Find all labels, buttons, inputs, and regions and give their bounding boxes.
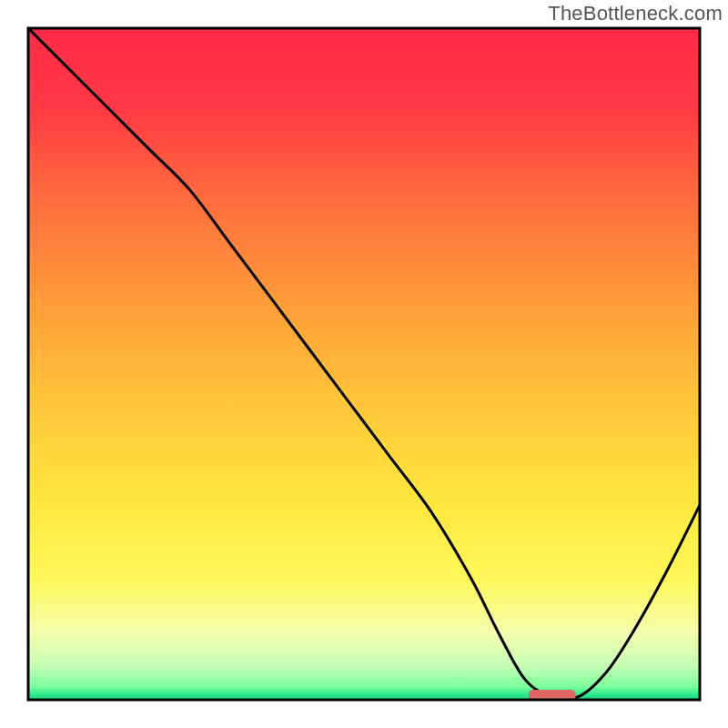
page-root: TheBottleneck.com	[0, 0, 728, 728]
plot-area	[28, 28, 700, 702]
bottleneck-chart	[0, 0, 728, 728]
